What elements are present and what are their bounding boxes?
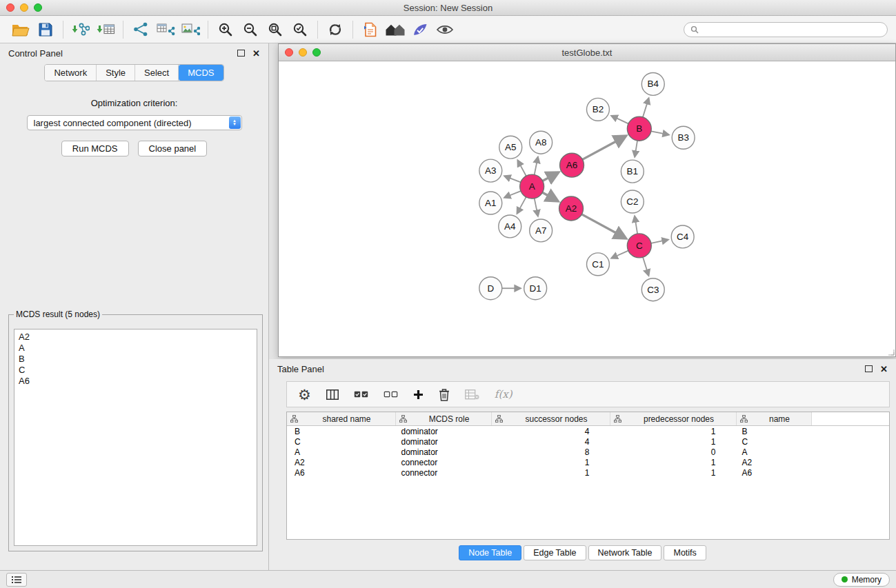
column-header-MCDS-role[interactable]: MCDS role xyxy=(396,412,492,426)
tab-mcds[interactable]: MCDS xyxy=(179,65,223,81)
zoom-in-button[interactable] xyxy=(213,19,238,41)
style-check-button[interactable] xyxy=(408,19,432,41)
show-hide-details-button[interactable] xyxy=(432,19,457,41)
graph-edge-A-A7[interactable] xyxy=(535,199,538,216)
tab-motifs[interactable]: Motifs xyxy=(664,545,706,560)
tab-node-table[interactable]: Node Table xyxy=(459,545,521,560)
graph-edge-A-A6[interactable] xyxy=(543,172,559,181)
column-header-predecessor-nodes[interactable]: predecessor nodes xyxy=(610,412,737,426)
mcds-result-item[interactable]: C xyxy=(19,365,252,376)
toolbar-separator xyxy=(208,21,208,39)
select-all-button[interactable] xyxy=(354,390,368,399)
memory-button[interactable]: Memory xyxy=(833,573,890,587)
delete-table-button[interactable] xyxy=(465,389,479,400)
maximize-view-button[interactable] xyxy=(312,48,321,57)
tab-network[interactable]: Network xyxy=(45,65,97,81)
node-table-header-row: shared nameMCDS rolesuccessor nodesprede… xyxy=(287,412,889,426)
graph-node-label-A7: A7 xyxy=(535,225,546,236)
graph-edge-A-A8[interactable] xyxy=(535,157,538,175)
tab-select[interactable]: Select xyxy=(135,65,179,81)
graph-edge-A-A3[interactable] xyxy=(504,176,521,182)
zoom-fit-button[interactable] xyxy=(263,19,288,41)
mcds-result-list: A2ABCA6 xyxy=(14,329,257,546)
minimize-window-button[interactable] xyxy=(20,3,28,12)
unchecked-boxes-icon xyxy=(384,390,398,399)
delete-column-button[interactable] xyxy=(439,388,450,401)
close-table-panel-icon[interactable]: ✕ xyxy=(880,365,888,374)
mcds-result-item[interactable]: B xyxy=(19,354,252,365)
run-mcds-button[interactable]: Run MCDS xyxy=(61,141,129,156)
graph-edge-A6-B[interactable] xyxy=(582,136,626,159)
refresh-icon xyxy=(328,22,343,37)
float-panel-icon[interactable] xyxy=(237,50,245,57)
node-table-row-A[interactable]: Adominator80A xyxy=(287,447,889,457)
tab-edge-table[interactable]: Edge Table xyxy=(524,545,586,560)
graph-node-label-A: A xyxy=(529,181,535,192)
resize-handle[interactable] xyxy=(888,349,895,356)
search-box[interactable] xyxy=(684,22,888,37)
maximize-window-button[interactable] xyxy=(34,3,42,12)
graph-edge-C-C4[interactable] xyxy=(651,240,668,243)
node-table-row-A6[interactable]: A6connector11A6 xyxy=(287,467,889,478)
search-input[interactable] xyxy=(702,24,881,35)
mcds-result-title: MCDS result (5 nodes) xyxy=(14,310,102,319)
export-image-button[interactable] xyxy=(178,19,203,41)
open-session-button[interactable] xyxy=(8,19,33,41)
graph-node-label-A8: A8 xyxy=(535,137,546,148)
zoom-selected-button[interactable] xyxy=(288,19,312,41)
mcds-result-item[interactable]: A xyxy=(19,343,252,354)
close-panel-button[interactable]: Close panel xyxy=(138,141,208,156)
deselect-all-button[interactable] xyxy=(384,390,398,399)
minimize-view-button[interactable] xyxy=(299,48,307,57)
node-table-row-C[interactable]: Cdominator41C xyxy=(287,436,889,447)
graph-edge-A-A1[interactable] xyxy=(504,191,521,197)
home-icon xyxy=(385,23,406,37)
graph-edge-B-B4[interactable] xyxy=(643,98,649,117)
column-header-successor-nodes[interactable]: successor nodes xyxy=(492,412,610,426)
import-table-from-file-button[interactable] xyxy=(93,19,118,41)
create-column-button[interactable] xyxy=(413,389,424,400)
network-canvas[interactable]: B4B2BB3A5A8A6B1A3AC2A1A2A4A7C4CC1C3DD1 xyxy=(279,61,895,356)
tab-network-table[interactable]: Network Table xyxy=(588,545,662,560)
node-table-row-B[interactable]: Bdominator41B xyxy=(287,426,889,437)
close-view-button[interactable] xyxy=(285,48,293,57)
task-history-button[interactable] xyxy=(6,573,27,587)
network-from-table-button[interactable] xyxy=(153,19,178,41)
main-area: Control Panel ✕ NetworkStyleSelectMCDS O… xyxy=(0,43,896,570)
close-window-button[interactable] xyxy=(6,3,14,12)
home-button[interactable] xyxy=(383,19,408,41)
graph-edge-C-C2[interactable] xyxy=(635,216,637,234)
save-session-button[interactable] xyxy=(33,19,58,41)
graph-edge-B-B2[interactable] xyxy=(611,116,628,123)
mcds-result-item[interactable]: A2 xyxy=(19,332,252,343)
graph-edge-A-A4[interactable] xyxy=(517,197,526,214)
close-panel-icon[interactable]: ✕ xyxy=(252,49,260,58)
graph-node-label-B1: B1 xyxy=(627,166,638,176)
graph-edge-B-B3[interactable] xyxy=(651,131,669,134)
graph-edge-C-C3[interactable] xyxy=(643,257,648,276)
optimization-criterion-select[interactable]: largest connected component (directed) ▲… xyxy=(27,115,242,130)
zoom-out-button[interactable] xyxy=(238,19,263,41)
node-table-row-A2[interactable]: A2connector11A2 xyxy=(287,457,889,467)
graph-edge-A-A2[interactable] xyxy=(542,192,557,201)
graph-node-label-C2: C2 xyxy=(626,196,638,207)
float-table-panel-icon[interactable] xyxy=(865,365,873,372)
trash-icon xyxy=(439,388,450,401)
graph-edge-C-C1[interactable] xyxy=(612,251,628,258)
column-header-name[interactable]: name xyxy=(737,412,812,426)
refresh-layout-button[interactable] xyxy=(323,19,348,41)
column-chooser-button[interactable] xyxy=(326,389,339,400)
column-header-shared-name[interactable]: shared name xyxy=(287,412,396,426)
import-network-from-file-button[interactable] xyxy=(68,19,93,41)
tab-style[interactable]: Style xyxy=(97,65,135,81)
table-settings-button[interactable]: ⚙ xyxy=(298,387,311,402)
mcds-result-item[interactable]: A6 xyxy=(19,376,252,387)
new-network-button[interactable] xyxy=(128,19,153,41)
function-builder-button[interactable]: f(x) xyxy=(495,388,512,401)
graph-edge-B-B1[interactable] xyxy=(635,141,637,156)
zoom-out-icon xyxy=(243,22,258,37)
import-file-button[interactable] xyxy=(358,19,383,41)
graph-node-label-A6: A6 xyxy=(566,160,577,170)
graph-edge-A-A5[interactable] xyxy=(518,161,526,176)
graph-edge-A2-C[interactable] xyxy=(581,214,626,239)
